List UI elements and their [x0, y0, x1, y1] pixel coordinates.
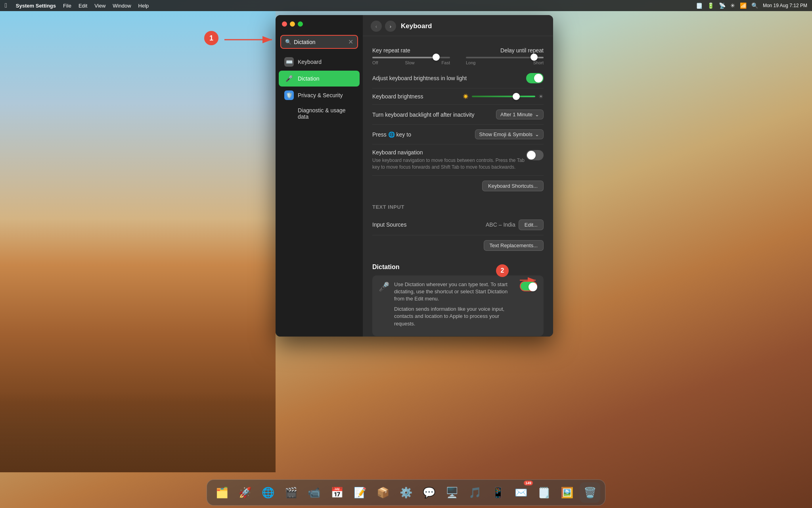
dock-finder[interactable]: 🗂️ [212, 482, 232, 503]
backlight-dropdown[interactable]: After 1 Minute ⌄ [496, 110, 544, 119]
annotation-1-arrow [220, 32, 279, 47]
brightness-thumb[interactable] [513, 93, 520, 100]
sidebar-item-keyboard-label: Keyboard [298, 59, 322, 65]
dock-slack[interactable]: 💬 [419, 482, 439, 503]
text-replacements-button[interactable]: Text Replacements... [484, 240, 544, 251]
dock-notes[interactable]: 📝 [350, 482, 370, 503]
sidebar-item-diagnostic[interactable]: Diagnostic & usage data [279, 104, 360, 123]
keyboard-nav-toggle[interactable] [526, 150, 544, 160]
sidebar: 🔍 Dictation ✕ ⌨️ Keyboard 🎤 Dictation 🛡️… [276, 15, 363, 337]
bluetooth-icon: ✳ [730, 2, 735, 9]
adjust-brightness-label: Adjust keyboard brightness in low light [372, 75, 526, 81]
brightness-toggle[interactable] [526, 73, 544, 83]
menubar-window[interactable]: Window [113, 3, 131, 9]
dictation-toggle-knob [529, 283, 537, 291]
dictation-section: Dictation 🎤 Use Dictation wherever you c… [363, 257, 553, 337]
dictation-row: 🎤 Use Dictation wherever you can type te… [372, 275, 544, 336]
settings-window: 🔍 Dictation ✕ ⌨️ Keyboard 🎤 Dictation 🛡️… [276, 15, 553, 337]
dock-airmail[interactable]: ✉️ 149 [511, 482, 531, 503]
input-sources-edit-button[interactable]: Edit... [519, 219, 544, 230]
backlight-off-label: Turn keyboard backlight off after inacti… [372, 112, 496, 118]
menubar-app-name[interactable]: System Settings [16, 3, 56, 9]
globe-key-value: Show Emoji & Symbols [479, 131, 532, 137]
menubar-view[interactable]: View [94, 3, 105, 9]
brightness-slider[interactable] [472, 96, 535, 97]
key-repeat-row: Key repeat rate Delay until repeat Off S… [372, 42, 544, 65]
key-repeat-thumb[interactable] [433, 54, 440, 61]
apple-menu-icon[interactable]:  [5, 2, 7, 9]
dock-chrome[interactable]: 🌐 [258, 482, 278, 503]
dock-launchpad[interactable]: 🚀 [235, 482, 255, 503]
dock-whatsapp[interactable]: 📱 [488, 482, 508, 503]
key-repeat-track[interactable] [372, 57, 450, 58]
dock-photos[interactable]: 🖼️ [557, 482, 577, 503]
dictation-text: Use Dictation wherever you can type text… [394, 281, 515, 331]
delay-repeat-track[interactable] [466, 57, 544, 58]
dock-upwork[interactable]: 🖥️ [442, 482, 462, 503]
brightness-toggle-knob [534, 74, 543, 83]
sidebar-item-privacy[interactable]: 🛡️ Privacy & Security [279, 87, 360, 103]
brightness-section: Adjust keyboard brightness in low light … [363, 67, 553, 198]
back-button[interactable]: ‹ [371, 21, 382, 32]
text-input-section: Input Sources ABC – India Edit... Text R… [363, 212, 553, 257]
dictation-toggle[interactable] [520, 281, 537, 291]
search-icon[interactable]: 🔍 [751, 2, 758, 9]
traffic-lights [282, 21, 303, 27]
search-bar-value[interactable]: Dictation [294, 39, 346, 45]
menubar-right: 🗒️ 🔋 📡 ✳ 📶 🔍 Mon 19 Aug 7:12 PM [696, 2, 807, 9]
minimize-button[interactable] [290, 21, 295, 27]
keyboard-nav-knob [527, 151, 536, 160]
menubar-datetime: Mon 19 Aug 7:12 PM [763, 3, 807, 8]
dock-facetime[interactable]: 📹 [304, 482, 324, 503]
dock-music[interactable]: 🎵 [465, 482, 485, 503]
search-bar[interactable]: 🔍 Dictation ✕ [280, 35, 358, 49]
keyboard-nav-row: Keyboard navigation Use keyboard navigat… [372, 144, 544, 176]
forward-button[interactable]: › [385, 21, 396, 32]
wifi-icon: 📶 [740, 2, 747, 9]
keyboard-icon: ⌨️ [284, 57, 294, 67]
keyboard-nav-label: Keyboard navigation [372, 149, 526, 156]
airmail-badge: 149 [524, 481, 533, 485]
input-sources-value: ABC – India [486, 221, 515, 228]
dock-trash[interactable]: 🗑️ [580, 482, 600, 503]
dock-evernote[interactable]: 🗒️ [534, 482, 554, 503]
menubar-help[interactable]: Help [138, 3, 149, 9]
dock-claquette[interactable]: 🎬 [281, 482, 301, 503]
dictation-mic-icon: 🎤 [379, 282, 389, 292]
sidebar-item-privacy-label: Privacy & Security [298, 92, 343, 98]
menubar-edit[interactable]: Edit [79, 3, 87, 9]
key-repeat-off-label: Off [372, 60, 378, 65]
delay-repeat-slider-container: Long Short [466, 57, 544, 65]
input-sources-row: Input Sources ABC – India Edit... [372, 215, 544, 235]
toolbar: ‹ › Keyboard [363, 15, 553, 36]
delay-repeat-label: Delay until repeat [500, 47, 544, 54]
annotation-1-badge: 1 [204, 31, 218, 45]
search-clear-icon[interactable]: ✕ [348, 38, 353, 46]
key-repeat-slider-container: Off Slow Fast [372, 57, 450, 65]
sidebar-item-dictation[interactable]: 🎤 Dictation [279, 71, 360, 87]
dictation-privacy: Dictation sends information like your vo… [394, 306, 515, 327]
evernote-icon: 🗒️ [696, 2, 703, 9]
keyboard-shortcuts-button[interactable]: Keyboard Shortcuts... [482, 181, 544, 191]
dock-setapp[interactable]: 📦 [373, 482, 393, 503]
dock: 🗂️ 🚀 🌐 🎬 📹 📅 📝 📦 ⚙️ 💬 🖥️ 🎵 📱 ✉️ 149 🗒️ 🖼… [207, 479, 605, 506]
main-content: ‹ › Keyboard Key repeat rate Delay until… [363, 15, 553, 337]
maximize-button[interactable] [298, 21, 303, 27]
brightness-slider-row: Keyboard brightness ☀️ ☀ [372, 89, 544, 105]
dock-system-prefs[interactable]: ⚙️ [396, 482, 416, 503]
key-repeat-slow-label: Slow [405, 60, 415, 65]
menubar:  System Settings File Edit View Window … [0, 0, 812, 11]
annotation-2-badge: 2 [496, 264, 509, 277]
search-bar-icon: 🔍 [285, 39, 291, 45]
sidebar-item-keyboard[interactable]: ⌨️ Keyboard [279, 54, 360, 70]
globe-key-chevron: ⌄ [535, 131, 539, 137]
globe-key-dropdown[interactable]: Show Emoji & Symbols ⌄ [475, 129, 544, 139]
privacy-icon: 🛡️ [284, 90, 294, 100]
dock-calendar[interactable]: 📅 [327, 482, 347, 503]
backlight-value: After 1 Minute [500, 112, 532, 117]
close-button[interactable] [282, 21, 287, 27]
battery-icon: 🔋 [707, 2, 714, 9]
menubar-file[interactable]: File [63, 3, 71, 9]
key-repeat-fast-label: Fast [442, 60, 450, 65]
delay-repeat-thumb[interactable] [530, 54, 538, 61]
